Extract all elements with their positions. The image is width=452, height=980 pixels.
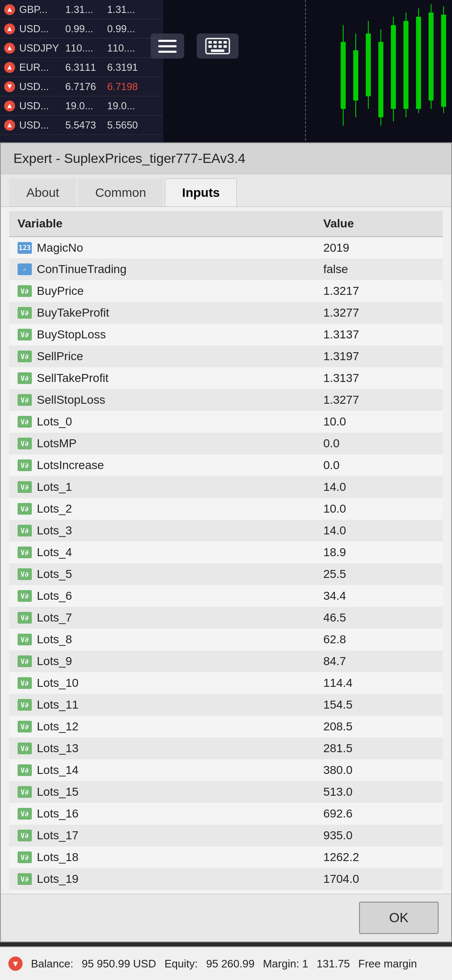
table-row[interactable]: V∂LotsMP0.0 xyxy=(9,433,443,454)
value-cell[interactable]: 1262.2 xyxy=(315,846,443,868)
value-cell[interactable]: 1.3217 xyxy=(315,280,443,302)
table-row[interactable]: V∂Lots_984.7 xyxy=(9,650,443,672)
table-row[interactable]: V∂Lots_181262.2 xyxy=(9,846,443,868)
table-row[interactable]: V∂BuyPrice1.3217 xyxy=(9,280,443,302)
value-cell[interactable]: 1704.0 xyxy=(315,868,443,890)
table-row[interactable]: V∂LotsIncrease0.0 xyxy=(9,454,443,476)
table-row[interactable]: ✓ConTinueTradingfalse xyxy=(9,258,443,280)
table-row[interactable]: V∂Lots_418.9 xyxy=(9,542,443,563)
table-row[interactable]: V∂Lots_15513.0 xyxy=(9,781,443,803)
value-cell[interactable]: 154.5 xyxy=(315,694,443,716)
value-cell[interactable]: 1.3137 xyxy=(315,324,443,346)
table-row[interactable]: V∂Lots_16692.6 xyxy=(9,803,443,825)
value-cell[interactable]: 14.0 xyxy=(315,520,443,542)
table-row[interactable]: V∂Lots_634.4 xyxy=(9,585,443,607)
table-row[interactable]: V∂Lots_14380.0 xyxy=(9,759,443,781)
value-cell[interactable]: 692.6 xyxy=(315,803,443,825)
variable-cell[interactable]: V∂Lots_2 xyxy=(9,498,315,520)
table-row[interactable]: V∂BuyStopLoss1.3137 xyxy=(9,324,443,346)
table-row[interactable]: V∂Lots_200.3 xyxy=(9,890,443,894)
variable-cell[interactable]: V∂LotsIncrease xyxy=(9,454,315,476)
value-cell[interactable]: 62.8 xyxy=(315,629,443,650)
tab-common[interactable]: Common xyxy=(78,178,163,206)
value-cell[interactable]: 46.5 xyxy=(315,607,443,629)
variable-cell[interactable]: V∂BuyTakeProfit xyxy=(9,302,315,324)
variable-cell[interactable]: V∂Lots_13 xyxy=(9,738,315,759)
value-cell[interactable]: 0.0 xyxy=(315,433,443,454)
value-cell[interactable]: 10.0 xyxy=(315,411,443,433)
table-row[interactable]: V∂Lots_862.8 xyxy=(9,629,443,650)
variable-cell[interactable]: V∂Lots_18 xyxy=(9,846,315,868)
table-row[interactable]: V∂Lots_525.5 xyxy=(9,563,443,585)
value-cell[interactable]: 208.5 xyxy=(315,716,443,738)
variable-cell[interactable]: V∂Lots_6 xyxy=(9,585,315,607)
table-row[interactable]: 123MagicNo2019 xyxy=(9,237,443,258)
value-cell[interactable]: 25.5 xyxy=(315,563,443,585)
table-row[interactable]: V∂Lots_13281.5 xyxy=(9,738,443,759)
variable-cell[interactable]: V∂SellPrice xyxy=(9,346,315,367)
variable-cell[interactable]: V∂BuyStopLoss xyxy=(9,324,315,346)
value-cell[interactable]: 1.3137 xyxy=(315,367,443,389)
value-cell[interactable]: 0.3 xyxy=(315,890,443,894)
tab-about[interactable]: About xyxy=(9,178,76,206)
table-row[interactable]: V∂SellPrice1.3197 xyxy=(9,346,443,367)
variable-cell[interactable]: V∂Lots_4 xyxy=(9,542,315,563)
variable-cell[interactable]: V∂Lots_1 xyxy=(9,476,315,498)
variable-cell[interactable]: V∂Lots_19 xyxy=(9,868,315,890)
table-row[interactable]: V∂Lots_010.0 xyxy=(9,411,443,433)
variable-cell[interactable]: ✓ConTinueTrading xyxy=(9,258,315,280)
variable-cell[interactable]: V∂Lots_14 xyxy=(9,759,315,781)
table-row[interactable]: V∂Lots_210.0 xyxy=(9,498,443,520)
variable-cell[interactable]: V∂BuyPrice xyxy=(9,280,315,302)
variable-cell[interactable]: V∂Lots_0 xyxy=(9,411,315,433)
value-cell[interactable]: 281.5 xyxy=(315,738,443,759)
value-cell[interactable]: 1.3277 xyxy=(315,302,443,324)
value-cell[interactable]: 14.0 xyxy=(315,476,443,498)
variable-cell[interactable]: V∂Lots_15 xyxy=(9,781,315,803)
inputs-table-container[interactable]: Variable Value 123MagicNo2019✓ConTinueTr… xyxy=(1,207,451,894)
variable-cell[interactable]: V∂Lots_9 xyxy=(9,650,315,672)
value-cell[interactable]: 513.0 xyxy=(315,781,443,803)
variable-cell[interactable]: V∂SellStopLoss xyxy=(9,389,315,411)
value-cell[interactable]: false xyxy=(315,258,443,280)
variable-cell[interactable]: V∂Lots_8 xyxy=(9,629,315,650)
variable-cell[interactable]: V∂Lots_12 xyxy=(9,716,315,738)
value-cell[interactable]: 34.4 xyxy=(315,585,443,607)
variable-cell[interactable]: V∂Lots_20 xyxy=(9,890,315,894)
value-cell[interactable]: 84.7 xyxy=(315,650,443,672)
ok-button[interactable]: OK xyxy=(359,902,439,934)
table-row[interactable]: V∂Lots_11154.5 xyxy=(9,694,443,716)
variable-cell[interactable]: V∂Lots_17 xyxy=(9,825,315,846)
table-row[interactable]: V∂Lots_12208.5 xyxy=(9,716,443,738)
value-cell[interactable]: 1.3197 xyxy=(315,346,443,367)
keyboard-button[interactable] xyxy=(197,34,239,59)
value-cell[interactable]: 0.0 xyxy=(315,454,443,476)
table-row[interactable]: V∂Lots_10114.4 xyxy=(9,672,443,694)
table-row[interactable]: V∂Lots_17935.0 xyxy=(9,825,443,846)
table-row[interactable]: V∂SellTakeProfit1.3137 xyxy=(9,367,443,389)
value-cell[interactable]: 380.0 xyxy=(315,759,443,781)
table-row[interactable]: V∂Lots_114.0 xyxy=(9,476,443,498)
value-cell[interactable]: 935.0 xyxy=(315,825,443,846)
value-cell[interactable]: 18.9 xyxy=(315,542,443,563)
variable-cell[interactable]: V∂Lots_11 xyxy=(9,694,315,716)
variable-cell[interactable]: V∂Lots_16 xyxy=(9,803,315,825)
value-cell[interactable]: 1.3277 xyxy=(315,389,443,411)
variable-cell[interactable]: V∂Lots_3 xyxy=(9,520,315,542)
variable-cell[interactable]: V∂SellTakeProfit xyxy=(9,367,315,389)
variable-cell[interactable]: V∂Lots_5 xyxy=(9,563,315,585)
table-row[interactable]: V∂Lots_314.0 xyxy=(9,520,443,542)
table-row[interactable]: V∂Lots_191704.0 xyxy=(9,868,443,890)
variable-cell[interactable]: 123MagicNo xyxy=(9,237,315,258)
value-cell[interactable]: 10.0 xyxy=(315,498,443,520)
variable-cell[interactable]: V∂Lots_7 xyxy=(9,607,315,629)
value-cell[interactable]: 2019 xyxy=(315,237,443,258)
variable-cell[interactable]: V∂LotsMP xyxy=(9,433,315,454)
table-row[interactable]: V∂BuyTakeProfit1.3277 xyxy=(9,302,443,324)
menu-button[interactable] xyxy=(151,34,184,59)
table-row[interactable]: V∂Lots_746.5 xyxy=(9,607,443,629)
value-cell[interactable]: 114.4 xyxy=(315,672,443,694)
variable-cell[interactable]: V∂Lots_10 xyxy=(9,672,315,694)
table-row[interactable]: V∂SellStopLoss1.3277 xyxy=(9,389,443,411)
tab-inputs[interactable]: Inputs xyxy=(165,178,237,206)
